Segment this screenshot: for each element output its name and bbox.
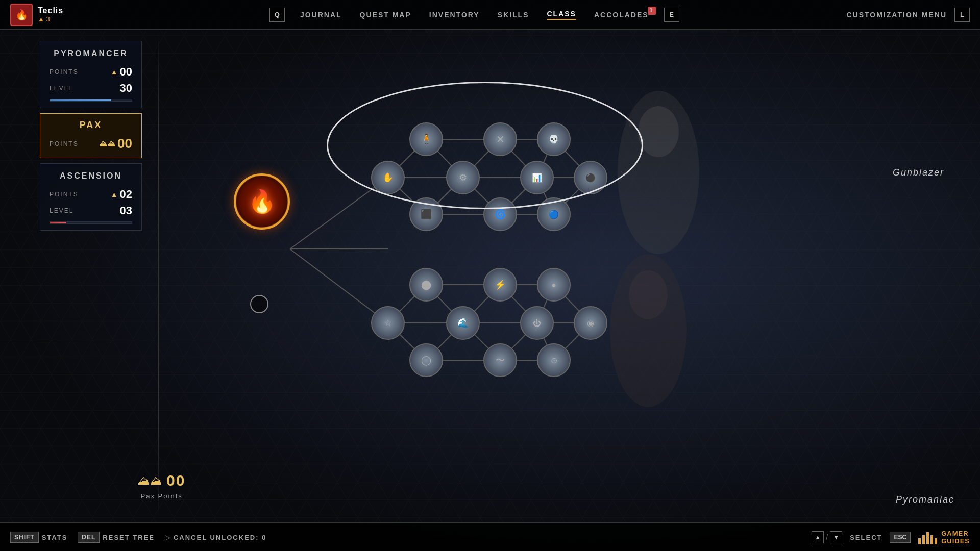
svg-text:◉: ◉ <box>587 319 594 328</box>
customization-key[interactable]: L <box>954 8 970 22</box>
skill-node-b9[interactable]: 〜 <box>484 344 517 377</box>
skill-node-t10[interactable]: 🔵 <box>537 198 570 231</box>
pax-bottom-value: 00 <box>166 472 185 489</box>
ascension-level-value: 03 <box>120 204 132 217</box>
svg-text:⚙: ⚙ <box>459 172 467 183</box>
points-arrow-icon: ▲ <box>111 68 118 76</box>
ascension-points-row: POINTS ▲ 02 <box>50 188 132 201</box>
character-info: 🔥 Teclis ▲ 3 <box>0 4 102 26</box>
ascension-xp-fill <box>50 222 66 223</box>
svg-point-79 <box>638 106 679 157</box>
gg-bar-4 <box>930 535 933 544</box>
esc-key[interactable]: ESC <box>890 532 911 543</box>
svg-text:🌀: 🌀 <box>495 209 506 220</box>
svg-text:〜: 〜 <box>496 355 505 365</box>
skill-node-t1[interactable]: 🧍 <box>410 123 443 156</box>
nav-right-key[interactable]: E <box>664 8 679 22</box>
skill-node-b7[interactable]: ◉ <box>574 307 607 339</box>
reset-tree-label: RESET TREE <box>103 534 155 541</box>
pax-bottom-row: ⛰⛰ 00 <box>138 472 185 489</box>
cancel-arrow-icon: ▷ <box>165 533 170 541</box>
skill-node-t7[interactable]: ⚫ <box>574 161 607 194</box>
skill-node-b4[interactable]: ☆ <box>372 307 404 339</box>
skill-node-b8[interactable]: ◯ <box>410 344 443 377</box>
nav-item-skills[interactable]: SKILLS <box>498 11 529 19</box>
skill-node-b5[interactable]: 🌊 <box>447 307 479 339</box>
del-key[interactable]: DEL <box>78 532 100 543</box>
line-center-top-left <box>290 178 388 249</box>
character-name: Teclis <box>38 6 63 15</box>
stats-label: STATS <box>42 534 68 541</box>
nav-item-quest-map[interactable]: QUEST MAP <box>360 11 411 19</box>
gg-bar-3 <box>926 532 929 544</box>
pyromaniac-label: Pyromaniac <box>896 494 954 505</box>
skill-node-t2[interactable]: ✕ <box>484 123 517 156</box>
pyromancer-points-row: POINTS ▲ 00 <box>50 65 132 79</box>
arrow-separator: / <box>826 533 828 541</box>
line-center-bottom-left <box>290 249 388 323</box>
svg-text:⚫: ⚫ <box>585 173 596 183</box>
svg-text:💀: 💀 <box>549 134 559 144</box>
customization-menu-button[interactable]: CUSTOMIZATION MENU <box>847 11 947 19</box>
nav-left-key[interactable]: Q <box>270 8 285 22</box>
ascension-level-row: LEVEL 03 <box>50 204 132 217</box>
accolades-badge: 1 <box>648 7 656 15</box>
pax-points-label: POINTS <box>50 140 79 147</box>
svg-text:●: ● <box>551 281 556 289</box>
bottom-controls-left: SHIFT STATS DEL RESET TREE ▷ CANCEL UNLO… <box>10 532 266 543</box>
svg-text:🧍: 🧍 <box>421 133 432 144</box>
nav-item-accolades[interactable]: ACCOLADES 1 <box>594 11 649 19</box>
svg-text:📊: 📊 <box>532 173 542 183</box>
skill-node-b10[interactable]: ⊙ <box>537 344 570 377</box>
pyromaniac-art <box>610 254 687 407</box>
gg-bars-icon <box>918 530 937 544</box>
skill-node-b1[interactable]: ⬤ <box>410 268 443 301</box>
svg-text:⬤: ⬤ <box>421 280 431 290</box>
shift-key[interactable]: SHIFT <box>10 532 39 543</box>
ascension-level-label: LEVEL <box>50 207 74 214</box>
nav-center-area: Q JOURNAL QUEST MAP INVENTORY SKILLS CLA… <box>102 8 847 22</box>
arrow-down-btn[interactable]: ▼ <box>830 531 842 543</box>
pyromancer-level-row: LEVEL 30 <box>50 82 132 95</box>
skill-node-t8[interactable]: ⬛ <box>410 198 443 231</box>
pyromancer-points-value: ▲ 00 <box>111 65 132 79</box>
pyromancer-title: PYROMANCER <box>50 49 132 58</box>
top-divider <box>0 30 980 30</box>
gamer-guides-logo: GAMER GUIDES <box>918 530 970 545</box>
skill-node-t5[interactable]: ⚙ <box>447 161 479 194</box>
gunblazer-art <box>618 91 699 254</box>
skill-node-b6[interactable]: ⏻ <box>521 307 553 339</box>
fire-fist-icon: 🔥 <box>248 188 276 215</box>
pax-box: PAX POINTS ⛰⛰ 00 <box>40 113 142 158</box>
skill-node-b2[interactable]: ⚡ <box>484 268 517 301</box>
nav-item-inventory[interactable]: INVENTORY <box>429 11 480 19</box>
gg-text-gamer: GAMER <box>941 530 970 537</box>
nav-item-journal[interactable]: JOURNAL <box>300 11 342 19</box>
skill-node-t3[interactable]: 💀 <box>537 123 570 156</box>
nav-item-class[interactable]: CLASS <box>547 10 576 20</box>
pyromancer-xp-bar <box>50 99 132 102</box>
arrow-up-btn[interactable]: ▲ <box>812 531 824 543</box>
ascension-xp-bar <box>50 221 132 224</box>
skill-node-t6[interactable]: 📊 <box>521 161 553 194</box>
pax-points-value: ⛰⛰ 00 <box>99 136 132 152</box>
arrow-select-controls: ▲ / ▼ <box>812 531 842 543</box>
svg-text:🌊: 🌊 <box>457 317 469 329</box>
skill-node-t9[interactable]: 🌀 <box>484 198 517 231</box>
pax-bottom-mountain-icon: ⛰⛰ <box>138 473 162 488</box>
skill-node-b3[interactable]: ● <box>537 268 570 301</box>
sub-class-indicator[interactable] <box>250 295 268 313</box>
pyromancer-box: PYROMANCER POINTS ▲ 00 LEVEL 30 <box>40 41 142 108</box>
select-label: SELECT <box>850 534 882 541</box>
svg-text:⊙: ⊙ <box>551 356 557 365</box>
ascension-arrow-icon: ▲ <box>111 190 118 198</box>
pyromancer-points-label: POINTS <box>50 68 79 76</box>
left-panel-divider <box>158 30 159 523</box>
class-icon-area: 🔥 <box>234 173 290 230</box>
cancel-unlocked-label: CANCEL UNLOCKED: 0 <box>174 534 266 541</box>
svg-text:⏻: ⏻ <box>533 319 541 328</box>
character-level: ▲ 3 <box>38 15 63 23</box>
pyromancer-class-icon[interactable]: 🔥 <box>234 173 290 230</box>
skill-node-t4[interactable]: ✋ <box>372 161 404 194</box>
bottom-controls-right: ▲ / ▼ SELECT ESC GAMER GUIDES <box>812 530 970 545</box>
